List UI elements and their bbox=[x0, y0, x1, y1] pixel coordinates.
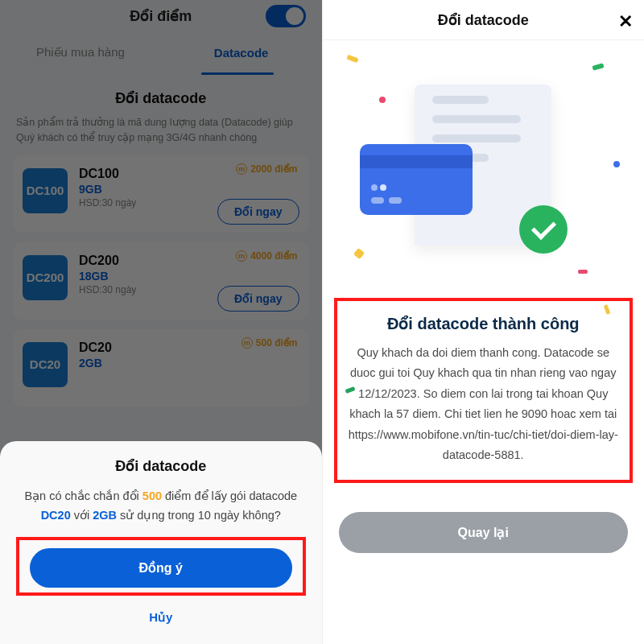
card-icon bbox=[360, 144, 473, 215]
receipt-line bbox=[432, 134, 521, 142]
receipt-icon bbox=[415, 85, 551, 246]
success-highlight: Đổi datacode thành công Quy khach da doi… bbox=[334, 298, 634, 483]
receipt-line bbox=[432, 115, 521, 123]
header-title: Đổi datacode bbox=[438, 11, 529, 29]
success-title: Đổi datacode thành công bbox=[347, 314, 621, 333]
close-icon[interactable]: ✕ bbox=[618, 11, 633, 32]
header-bar: Đổi datacode bbox=[323, 0, 645, 40]
modal-title: Đổi datacode bbox=[16, 457, 306, 475]
confetti-icon bbox=[353, 248, 364, 259]
modal-points: 500 bbox=[142, 489, 162, 502]
card-dots bbox=[371, 197, 402, 204]
right-screen: Đổi datacode ✕ Đổi datacode thành công Q… bbox=[322, 0, 645, 644]
confirm-button[interactable]: Đồng ý bbox=[30, 548, 292, 588]
back-button[interactable]: Quay lại bbox=[339, 512, 629, 553]
confetti-icon bbox=[592, 63, 604, 70]
confetti-icon bbox=[346, 55, 358, 63]
left-screen: Đổi điểm Phiếu mua hàng Datacode Đổi dat… bbox=[0, 0, 322, 644]
check-icon bbox=[519, 205, 568, 254]
confetti-icon bbox=[578, 270, 588, 274]
modal-volume: 2GB bbox=[93, 509, 117, 522]
modal-body: Bạn có chắc chắn đổi 500 điểm để lấy gói… bbox=[16, 486, 306, 526]
success-illustration bbox=[323, 40, 645, 290]
confetti-icon bbox=[613, 161, 620, 167]
cancel-button[interactable]: Hủy bbox=[16, 610, 306, 625]
modal-code: DC20 bbox=[41, 509, 71, 522]
confetti-icon bbox=[379, 97, 386, 103]
success-text: Quy khach da doi diem thanh cong. Dataco… bbox=[347, 343, 621, 465]
confirm-highlight: Đồng ý bbox=[16, 537, 306, 596]
receipt-line bbox=[432, 96, 489, 104]
card-toggle-icon bbox=[371, 184, 386, 191]
card-strip bbox=[360, 155, 473, 168]
confirm-modal: Đổi datacode Bạn có chắc chắn đổi 500 đi… bbox=[0, 441, 322, 644]
